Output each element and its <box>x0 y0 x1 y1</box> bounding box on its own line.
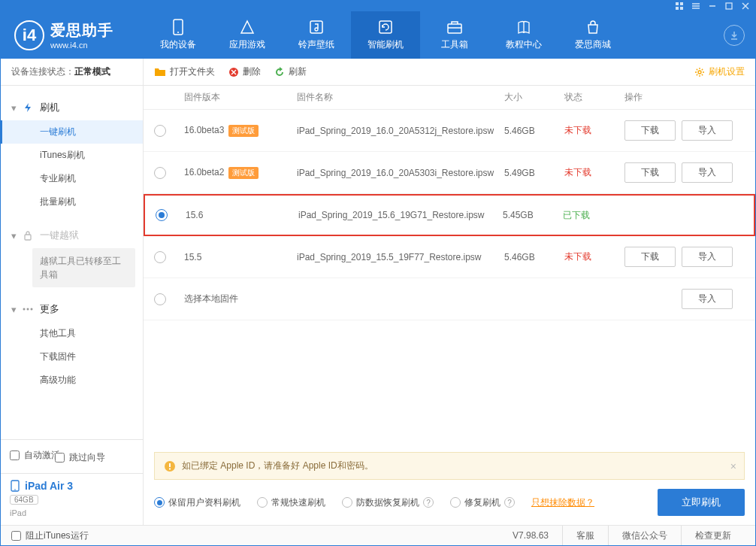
import-button[interactable]: 导入 <box>682 162 733 183</box>
import-button[interactable]: 导入 <box>682 120 733 141</box>
logo-icon: i4 <box>14 20 44 50</box>
toolbox-icon <box>446 19 463 35</box>
lock-icon <box>22 229 34 241</box>
app-logo[interactable]: i4 爱思助手 www.i4.cn <box>1 20 144 50</box>
sidebar-item-batch[interactable]: 批量刷机 <box>1 190 143 214</box>
svg-point-12 <box>177 32 179 33</box>
firmware-name: iPad_Spring_2019_15.5_19F77_Restore.ipsw <box>297 252 504 262</box>
firmware-status: 未下载 <box>564 124 624 137</box>
footer-wechat[interactable]: 微信公众号 <box>608 526 681 545</box>
window-controls <box>1 1 755 11</box>
device-panel: iPad Air 3 64GB iPad <box>1 473 143 525</box>
import-button[interactable]: 导入 <box>682 247 733 267</box>
firmware-row[interactable]: 16.0beta3测试版 iPad_Spring_2019_16.0_20A53… <box>144 110 755 152</box>
device-name[interactable]: iPad Air 3 <box>10 480 134 492</box>
help-icon[interactable]: ? <box>504 497 515 508</box>
close-notice-button[interactable]: × <box>730 460 736 472</box>
row-radio[interactable] <box>154 167 166 179</box>
firmware-name: iPad_Spring_2019_16.0_20A5303i_Restore.i… <box>297 168 504 178</box>
main-panel: 打开文件夹 删除 刷新 刷机设置 固件版本 固件名称 大小 状态 操作 16.0… <box>144 59 755 525</box>
svg-rect-2 <box>676 7 679 10</box>
close-icon[interactable] <box>740 2 751 11</box>
sidebar-item-pro[interactable]: 专业刷机 <box>1 167 143 190</box>
menu-icon[interactable] <box>691 2 701 11</box>
block-itunes-checkbox[interactable]: 阻止iTunes运行 <box>11 529 89 542</box>
sidebar-item-advanced[interactable]: 高级功能 <box>1 369 143 392</box>
delete-button[interactable]: 删除 <box>228 65 261 78</box>
row-radio[interactable] <box>154 293 166 305</box>
firmware-status: 未下载 <box>564 250 624 263</box>
minimize-icon[interactable] <box>707 2 718 11</box>
sidebar-item-other[interactable]: 其他工具 <box>1 322 143 345</box>
nav-store[interactable]: 爱思商城 <box>558 11 627 59</box>
sidebar-item-download-fw[interactable]: 下载固件 <box>1 345 143 369</box>
flash-settings-button[interactable]: 刷机设置 <box>694 65 745 78</box>
download-button[interactable]: 下载 <box>624 162 676 183</box>
nav-tutorials[interactable]: 教程中心 <box>489 11 558 59</box>
row-radio[interactable] <box>154 125 166 137</box>
maximize-icon[interactable] <box>724 2 734 11</box>
connection-status: 设备连接状态：正常模式 <box>1 59 143 86</box>
row-radio[interactable] <box>156 209 168 221</box>
firmware-version: 15.6 <box>186 210 203 220</box>
footer-update[interactable]: 检查更新 <box>681 526 745 545</box>
sidebar-group-flash[interactable]: ▾ 刷机 <box>1 95 143 120</box>
firmware-size: 5.46GB <box>504 126 564 136</box>
firmware-size: 5.49GB <box>504 168 564 178</box>
svg-point-21 <box>31 308 33 311</box>
import-button[interactable]: 导入 <box>682 289 733 309</box>
beta-tag: 测试版 <box>228 125 259 137</box>
local-firmware-row[interactable]: 选择本地固件 导入 <box>144 278 755 320</box>
firmware-version: 15.5 <box>184 252 201 262</box>
warning-icon <box>164 460 176 472</box>
firmware-version: 16.0beta2 <box>184 167 224 177</box>
download-button[interactable]: 下载 <box>624 120 676 141</box>
sidebar-item-oneclick[interactable]: 一键刷机 <box>1 120 143 144</box>
device-type: iPad <box>10 508 134 517</box>
opt-keep-data[interactable]: 保留用户资料刷机 <box>154 496 240 509</box>
sidebar-item-itunes[interactable]: iTunes刷机 <box>1 144 143 167</box>
firmware-row[interactable]: 16.0beta2测试版 iPad_Spring_2019_16.0_20A53… <box>144 152 755 194</box>
svg-rect-16 <box>448 24 461 33</box>
nav-ringtones[interactable]: 铃声壁纸 <box>282 11 351 59</box>
device-capacity: 64GB <box>10 495 38 505</box>
header-download[interactable] <box>713 25 755 46</box>
svg-rect-18 <box>25 235 31 240</box>
svg-rect-8 <box>726 3 732 9</box>
opt-repair[interactable]: 修复刷机? <box>450 496 515 509</box>
help-icon[interactable]: ? <box>423 497 434 508</box>
nav-apps[interactable]: 应用游戏 <box>213 11 282 59</box>
opt-quick[interactable]: 常规快速刷机 <box>257 496 325 509</box>
open-folder-button[interactable]: 打开文件夹 <box>154 65 215 78</box>
firmware-size: 5.45GB <box>503 210 563 220</box>
svg-rect-1 <box>680 2 683 5</box>
erase-only-link[interactable]: 只想抹除数据？ <box>531 496 594 509</box>
flash-now-button[interactable]: 立即刷机 <box>658 489 745 516</box>
flash-icon <box>22 102 34 114</box>
app-version: V7.98.63 <box>513 530 562 541</box>
beta-tag: 测试版 <box>228 167 259 179</box>
more-icon <box>22 303 34 315</box>
skip-guide-checkbox[interactable]: 跳过向导 <box>55 448 134 467</box>
ipad-icon <box>10 480 20 492</box>
nav-my-device[interactable]: 我的设备 <box>144 11 213 59</box>
row-radio[interactable] <box>154 251 166 263</box>
sidebar-group-jailbreak[interactable]: ▾ 一键越狱 <box>1 223 143 248</box>
firmware-row[interactable]: 15.5 iPad_Spring_2019_15.5_19F77_Restore… <box>144 236 755 278</box>
grid-icon[interactable] <box>674 2 685 11</box>
jailbreak-note: 越狱工具已转移至工具箱 <box>32 248 135 287</box>
app-title: 爱思助手 <box>50 20 113 41</box>
download-button[interactable]: 下载 <box>624 247 676 267</box>
chevron-down-icon: ▾ <box>10 305 17 313</box>
col-version: 固件版本 <box>184 91 297 104</box>
nav-toolbox[interactable]: 工具箱 <box>420 11 489 59</box>
firmware-status: 已下载 <box>563 209 623 222</box>
firmware-row[interactable]: 15.6 iPad_Spring_2019_15.6_19G71_Restore… <box>144 194 755 236</box>
status-bar-bottom: 阻止iTunes运行 V7.98.63 客服 微信公众号 检查更新 <box>1 525 755 545</box>
col-size: 大小 <box>504 91 564 104</box>
opt-anti-recovery[interactable]: 防数据恢复刷机? <box>342 496 434 509</box>
sidebar-group-more[interactable]: ▾ 更多 <box>1 296 143 322</box>
refresh-button[interactable]: 刷新 <box>274 65 307 78</box>
nav-flash[interactable]: 智能刷机 <box>351 11 420 59</box>
footer-service[interactable]: 客服 <box>562 526 608 545</box>
